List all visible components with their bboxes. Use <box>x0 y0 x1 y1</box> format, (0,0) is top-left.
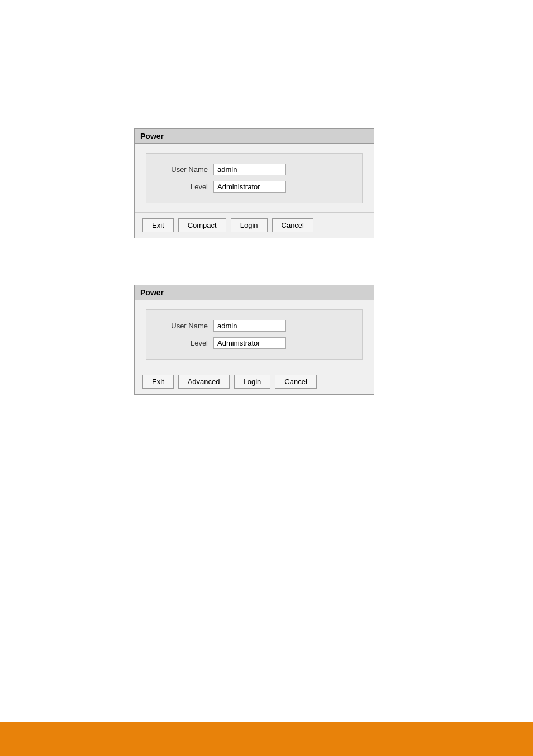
dialog-footer-2: Exit Advanced Login Cancel <box>135 369 374 394</box>
username-value-1: admin <box>213 164 286 175</box>
dialog-body-1: User Name admin Level Administrator <box>135 144 374 212</box>
username-label-2: User Name <box>158 322 208 330</box>
compact-button[interactable]: Compact <box>178 218 226 232</box>
dialog-inner-panel-1: User Name admin Level Administrator <box>146 153 363 203</box>
cancel-button-2[interactable]: Cancel <box>275 375 316 389</box>
login-button-1[interactable]: Login <box>231 218 268 232</box>
advanced-button[interactable]: Advanced <box>178 375 230 389</box>
login-button-2[interactable]: Login <box>234 375 271 389</box>
power-dialog-advanced: Power User Name admin Level Administrato… <box>134 285 374 395</box>
power-dialog-compact: Power User Name admin Level Administrato… <box>134 128 374 238</box>
exit-button-1[interactable]: Exit <box>142 218 174 232</box>
level-row-2: Level Administrator <box>158 337 351 349</box>
dialog-title-2: Power <box>140 288 164 297</box>
username-label-1: User Name <box>158 165 208 174</box>
level-value-2: Administrator <box>213 337 286 349</box>
dialog-titlebar-1: Power <box>135 129 374 144</box>
username-row-1: User Name admin <box>158 164 351 175</box>
level-label-2: Level <box>158 339 208 347</box>
level-row-1: Level Administrator <box>158 181 351 193</box>
dialog-titlebar-2: Power <box>135 285 374 300</box>
dialog-1: Power User Name admin Level Administrato… <box>134 128 374 238</box>
dialog-footer-1: Exit Compact Login Cancel <box>135 212 374 238</box>
level-label-1: Level <box>158 183 208 191</box>
level-value-1: Administrator <box>213 181 286 193</box>
username-value-2: admin <box>213 320 286 332</box>
exit-button-2[interactable]: Exit <box>142 375 174 389</box>
dialog-body-2: User Name admin Level Administrator <box>135 300 374 369</box>
cancel-button-1[interactable]: Cancel <box>272 218 313 232</box>
bottom-bar <box>0 722 533 756</box>
dialog-title-1: Power <box>140 132 164 141</box>
dialog-inner-panel-2: User Name admin Level Administrator <box>146 309 363 360</box>
dialog-2: Power User Name admin Level Administrato… <box>134 285 374 395</box>
username-row-2: User Name admin <box>158 320 351 332</box>
